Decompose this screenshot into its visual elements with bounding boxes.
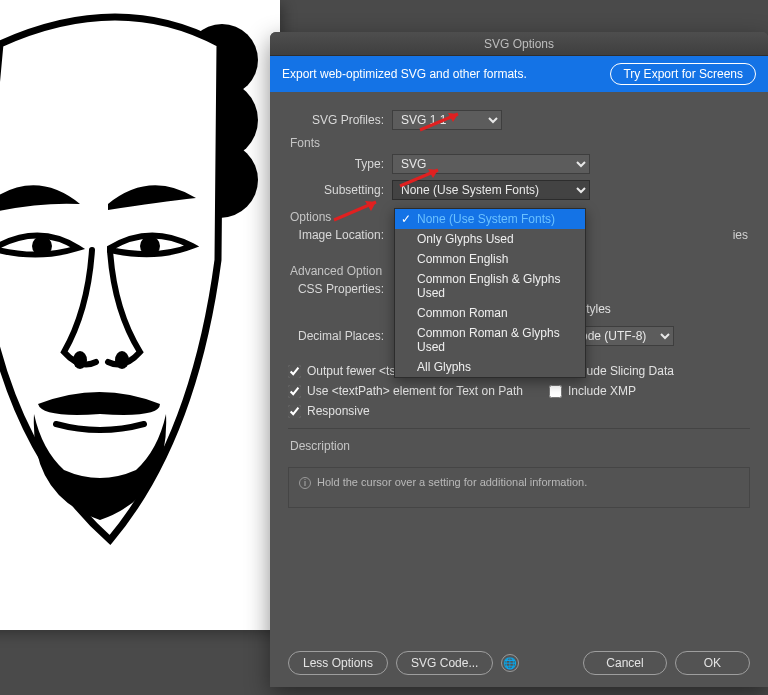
try-export-button[interactable]: Try Export for Screens xyxy=(610,63,756,85)
use-textpath-checkbox[interactable]: Use <textPath> element for Text on Path xyxy=(288,384,523,398)
banner-text: Export web-optimized SVG and other forma… xyxy=(282,67,527,81)
preserve-capabilities-suffix: ies xyxy=(733,228,748,242)
fonts-section-label: Fonts xyxy=(290,136,750,150)
menu-item-only-glyphs[interactable]: Only Glyphs Used xyxy=(395,229,585,249)
responsive-checkbox[interactable]: Responsive xyxy=(288,404,523,418)
menu-item-common-roman-glyphs[interactable]: Common Roman & Glyphs Used xyxy=(395,323,585,357)
description-section-label: Description xyxy=(290,439,750,453)
face-illustration xyxy=(0,0,280,630)
description-box: iHold the cursor over a setting for addi… xyxy=(288,467,750,508)
info-icon: i xyxy=(299,477,311,489)
css-properties-label: CSS Properties: xyxy=(288,282,392,296)
svg-profiles-select[interactable]: SVG 1.1 xyxy=(392,110,502,130)
export-banner: Export web-optimized SVG and other forma… xyxy=(270,56,768,92)
svg-point-5 xyxy=(140,236,160,256)
dialog-title: SVG Options xyxy=(270,32,768,56)
ok-button[interactable]: OK xyxy=(675,651,750,675)
image-location-label: Image Location: xyxy=(288,228,392,242)
menu-item-none[interactable]: None (Use System Fonts) xyxy=(395,209,585,229)
artboard xyxy=(0,0,280,630)
menu-item-all-glyphs[interactable]: All Glyphs xyxy=(395,357,585,377)
font-type-label: Type: xyxy=(288,157,392,171)
subsetting-menu[interactable]: None (Use System Fonts) Only Glyphs Used… xyxy=(394,208,586,378)
decimal-places-label: Decimal Places: xyxy=(288,329,392,343)
less-options-button[interactable]: Less Options xyxy=(288,651,388,675)
svg-point-4 xyxy=(32,236,52,256)
menu-item-common-roman[interactable]: Common Roman xyxy=(395,303,585,323)
include-xmp-checkbox[interactable]: Include XMP xyxy=(549,384,674,398)
cancel-button[interactable]: Cancel xyxy=(583,651,666,675)
divider xyxy=(288,428,750,429)
menu-item-common-english[interactable]: Common English xyxy=(395,249,585,269)
svg-profiles-label: SVG Profiles: xyxy=(288,113,392,127)
svg-code-button[interactable]: SVG Code... xyxy=(396,651,493,675)
svg-options-dialog: SVG Options Export web-optimized SVG and… xyxy=(270,32,768,687)
font-subsetting-label: Subsetting: xyxy=(288,183,392,197)
svg-point-6 xyxy=(73,351,87,369)
svg-point-7 xyxy=(115,351,129,369)
menu-item-common-english-glyphs[interactable]: Common English & Glyphs Used xyxy=(395,269,585,303)
globe-icon[interactable]: 🌐 xyxy=(501,654,519,672)
font-subsetting-select[interactable]: None (Use System Fonts) xyxy=(392,180,590,200)
font-type-select[interactable]: SVG xyxy=(392,154,590,174)
